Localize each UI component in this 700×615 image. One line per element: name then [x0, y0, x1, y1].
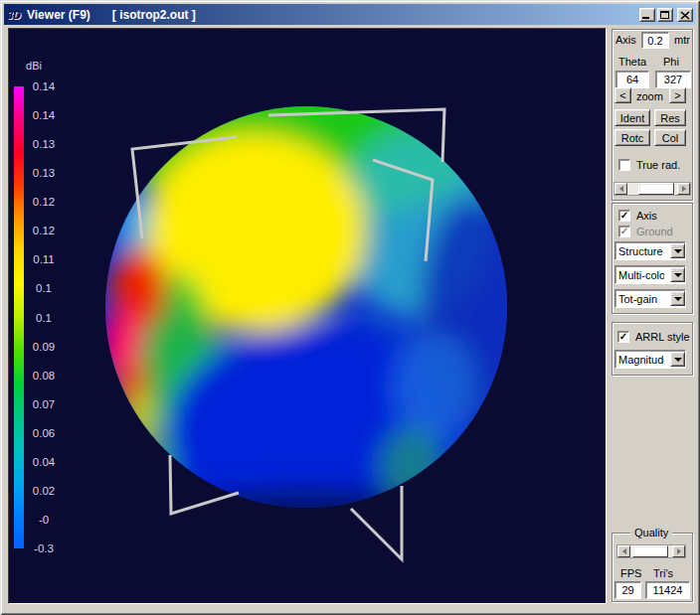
dropdown-arrow-icon[interactable] — [670, 291, 685, 306]
legend-label: 0.13 — [23, 166, 65, 180]
window-title: Viewer (F9) — [27, 8, 90, 22]
phi-input[interactable]: 327 — [655, 71, 691, 88]
legend-label: 0.14 — [23, 108, 65, 122]
close-icon — [680, 11, 690, 20]
arrl-style-checkbox[interactable]: ✓ — [617, 331, 629, 343]
legend-label: 0.02 — [23, 484, 65, 498]
radiation-pattern-sphere — [9, 29, 606, 603]
phi-label: Phi — [663, 56, 679, 68]
legend-label: 0.1 — [23, 281, 65, 295]
quality-label: Quality — [630, 527, 672, 538]
magnitude-select[interactable]: Magnitude — [614, 350, 686, 369]
theta-input[interactable]: 64 — [615, 71, 649, 88]
viewer-window: 3D Viewer (F9) [ isotrop2.out ] — [0, 0, 700, 615]
rad-scale-scrollbar[interactable] — [613, 182, 691, 196]
app-3d-icon: 3D — [7, 8, 23, 22]
3d-viewport[interactable]: dBi 0.140.140.130.130.120.120.110.10.10.… — [8, 28, 607, 604]
legend-label: 0.13 — [23, 137, 65, 151]
scrollbar-thumb[interactable] — [632, 545, 668, 557]
close-button[interactable] — [677, 8, 693, 22]
zoom-out-button[interactable]: < — [614, 87, 631, 103]
col-button[interactable]: Col — [654, 129, 686, 146]
scroll-left-icon[interactable] — [617, 545, 630, 557]
rotc-button[interactable]: Rotc — [614, 129, 650, 146]
legend-labels: 0.140.140.130.130.120.120.110.10.10.090.… — [23, 79, 65, 555]
tris-value: 11424 — [645, 581, 690, 599]
legend-label: 0.11 — [23, 252, 65, 266]
theta-label: Theta — [618, 56, 646, 68]
legend-label: 0.12 — [23, 195, 65, 209]
axis-checkbox-label: Axis — [636, 210, 657, 222]
legend-label: 0.08 — [23, 369, 65, 383]
structure-select[interactable]: Structure — [614, 241, 686, 260]
scroll-right-icon[interactable] — [677, 183, 690, 195]
minimize-icon — [642, 17, 649, 19]
legend-label: 0.07 — [23, 397, 65, 411]
legend-label: 0.12 — [23, 224, 65, 237]
scrollbar-thumb[interactable] — [638, 183, 674, 195]
true-rad-label: True rad. — [636, 159, 680, 171]
zoom-label: zoom — [636, 90, 663, 102]
titlebar[interactable]: 3D Viewer (F9) [ isotrop2.out ] — [4, 4, 696, 25]
scroll-right-icon[interactable] — [672, 545, 685, 557]
minimize-button[interactable] — [639, 8, 655, 22]
maximize-icon — [660, 11, 669, 19]
zoom-in-button[interactable]: > — [669, 87, 686, 103]
window-document-name: [ isotrop2.out ] — [112, 8, 196, 22]
arrl-style-label: ARRL style — [635, 331, 690, 343]
legend-label: 0.14 — [23, 79, 65, 93]
legend-label: 0.06 — [23, 426, 65, 440]
control-panel: Axis 0.2 mtr Theta Phi 64 327 < zoom > I… — [609, 28, 696, 604]
dropdown-arrow-icon[interactable] — [670, 352, 685, 367]
legend-label: 0.04 — [23, 455, 65, 469]
fps-label: FPS — [620, 567, 641, 579]
maximize-button[interactable] — [657, 8, 673, 22]
legend-label: 0.09 — [23, 340, 65, 354]
quality-scrollbar[interactable] — [616, 544, 686, 558]
legend-label: 0.1 — [23, 311, 65, 325]
legend-label: -0 — [23, 513, 65, 527]
legend-title: dBi — [14, 60, 54, 72]
fps-value: 29 — [614, 581, 641, 599]
legend-label: -0.3 — [23, 541, 65, 555]
ident-button[interactable]: Ident — [614, 109, 650, 126]
gain-type-select[interactable]: Tot-gain — [614, 289, 686, 308]
axis-unit-label: mtr — [674, 34, 690, 46]
ground-checkbox: ✓ — [618, 226, 630, 237]
tris-label: Tri's — [653, 567, 673, 579]
axis-scale-input[interactable]: 0.2 — [641, 32, 669, 49]
axis-checkbox[interactable]: ✓ — [618, 210, 630, 222]
ground-checkbox-label: Ground — [636, 226, 673, 237]
color-mode-select[interactable]: Multi-color — [614, 265, 686, 284]
dropdown-arrow-icon[interactable] — [670, 243, 685, 258]
true-rad-checkbox[interactable] — [618, 159, 630, 171]
res-button[interactable]: Res — [654, 109, 686, 126]
scroll-left-icon[interactable] — [614, 183, 627, 195]
dropdown-arrow-icon[interactable] — [670, 267, 685, 282]
axis-scale-label: Axis — [615, 34, 636, 46]
